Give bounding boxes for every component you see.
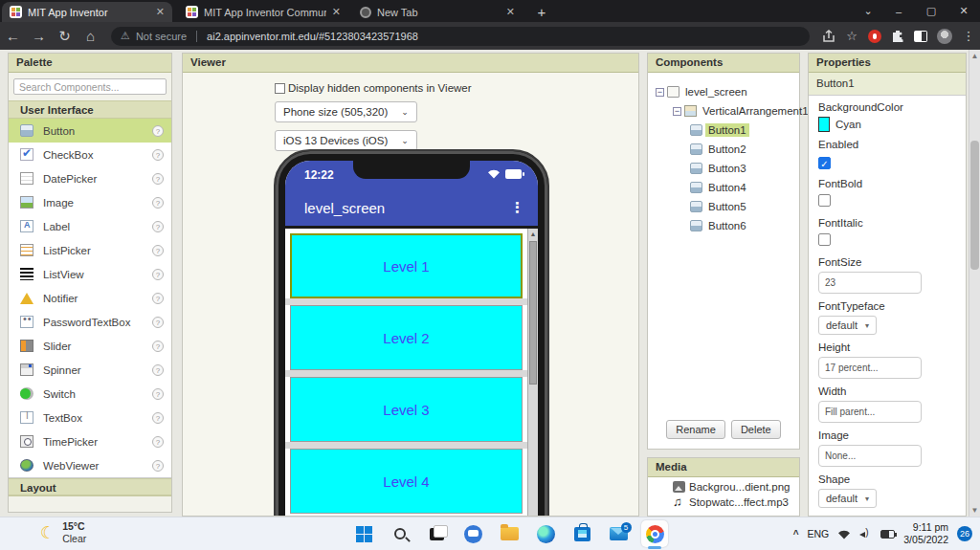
tree-item-level_screen[interactable]: − level_screen: [652, 82, 795, 101]
help-icon[interactable]: ?: [152, 125, 164, 137]
palette-item-passwordtextbox[interactable]: PasswordTextBox ?: [9, 310, 171, 334]
help-icon[interactable]: ?: [152, 317, 164, 328]
chat-button[interactable]: [459, 520, 486, 547]
level-button-level-4[interactable]: Level 4: [290, 449, 523, 514]
help-icon[interactable]: ?: [152, 149, 164, 161]
weather-widget[interactable]: ☾ 15°C Clear: [40, 520, 86, 545]
phone-size-select[interactable]: Phone size (505,320) ⌄: [275, 101, 417, 122]
section-user-interface[interactable]: User Interface: [9, 100, 171, 119]
help-icon[interactable]: ?: [152, 388, 164, 400]
media-item[interactable]: ♫ Stopwatc...ffect.mp3: [648, 493, 799, 508]
enabled-checkbox[interactable]: ✓: [818, 157, 831, 169]
help-icon[interactable]: ?: [152, 221, 164, 232]
shape-select[interactable]: default▾: [818, 489, 877, 508]
color-swatch[interactable]: [818, 117, 830, 132]
file-explorer-button[interactable]: [496, 520, 523, 547]
level-button-level-1[interactable]: Level 1: [290, 233, 523, 298]
tab-close-icon[interactable]: ✕: [156, 6, 165, 18]
search-button[interactable]: [387, 520, 413, 547]
fonttypeface-select[interactable]: default▾: [818, 316, 877, 335]
tree-item-button1[interactable]: Button1: [652, 121, 795, 140]
width-field[interactable]: Fill parent...: [818, 401, 922, 423]
height-field[interactable]: 17 percent...: [818, 357, 922, 379]
scroll-down-icon[interactable]: ▼: [969, 504, 980, 517]
fontbold-checkbox[interactable]: [818, 194, 831, 207]
help-icon[interactable]: ?: [152, 412, 164, 424]
palette-item-image[interactable]: Image ?: [9, 190, 171, 214]
tree-item-button2[interactable]: Button2: [652, 140, 795, 159]
forward-icon[interactable]: →: [26, 28, 52, 44]
palette-item-button[interactable]: Button ?: [9, 119, 171, 143]
language-indicator[interactable]: ENG: [808, 528, 830, 539]
fontsize-field[interactable]: 23: [818, 272, 922, 294]
level-button-level-2[interactable]: Level 2: [290, 305, 523, 370]
tab-close-icon[interactable]: ✕: [332, 6, 341, 18]
tray-wifi-icon[interactable]: [837, 529, 851, 539]
help-icon[interactable]: ?: [152, 173, 164, 185]
level-button-level-3[interactable]: Level 3: [290, 377, 523, 442]
mail-button[interactable]: 5: [605, 520, 632, 547]
backgroundcolor-picker[interactable]: Cyan: [818, 117, 956, 132]
help-icon[interactable]: ?: [152, 245, 164, 256]
bookmark-star-icon[interactable]: ☆: [840, 29, 863, 43]
rename-button[interactable]: Rename: [666, 420, 725, 439]
tree-item-button4[interactable]: Button4: [652, 178, 795, 197]
tray-overflow-chevron-icon[interactable]: ^: [793, 529, 799, 539]
search-components-input[interactable]: Search Components...: [13, 78, 167, 95]
image-field[interactable]: None...: [818, 445, 922, 467]
reload-icon[interactable]: ↻: [52, 28, 78, 45]
phone-scroll-thumb[interactable]: [529, 241, 537, 385]
window-menu-chevron-icon[interactable]: ⌄: [852, 0, 884, 22]
start-button[interactable]: [350, 520, 377, 547]
color-value[interactable]: Cyan: [835, 119, 861, 130]
back-icon[interactable]: ←: [0, 28, 26, 44]
edge-button[interactable]: [532, 520, 559, 547]
tray-clock[interactable]: 9:11 pm 3/05/2022: [903, 521, 948, 546]
tree-item-button5[interactable]: Button5: [652, 197, 795, 216]
side-panel-icon[interactable]: [914, 31, 927, 42]
collapse-icon[interactable]: −: [673, 107, 681, 116]
delete-button[interactable]: Delete: [731, 420, 781, 439]
tray-volume-icon[interactable]: [859, 529, 872, 539]
palette-item-switch[interactable]: Switch ?: [9, 382, 171, 406]
share-icon[interactable]: [817, 30, 840, 43]
palette-item-spinner[interactable]: Spinner ?: [9, 358, 171, 382]
palette-item-label[interactable]: Label ?: [9, 214, 171, 238]
help-icon[interactable]: ?: [152, 293, 164, 304]
address-bar[interactable]: ⚠ Not secure ai2.appinventor.mit.edu/#51…: [111, 27, 810, 46]
help-icon[interactable]: ?: [152, 436, 164, 448]
palette-item-datepicker[interactable]: DatePicker ?: [9, 166, 171, 190]
task-view-button[interactable]: [423, 520, 450, 547]
window-maximize-button[interactable]: ▢: [915, 0, 947, 22]
help-icon[interactable]: ?: [152, 197, 164, 209]
scroll-up-icon[interactable]: ▲: [969, 50, 980, 62]
profile-avatar[interactable]: [937, 29, 952, 44]
palette-item-listpicker[interactable]: ListPicker ?: [9, 238, 171, 262]
tab-new-tab[interactable]: New Tab ✕: [352, 2, 523, 22]
media-item[interactable]: Backgrou...dient.png: [648, 477, 799, 493]
page-scrollbar[interactable]: ▲ ▼: [969, 50, 980, 517]
window-close-button[interactable]: ✕: [947, 0, 980, 22]
tree-item-button6[interactable]: Button6: [652, 216, 795, 235]
home-icon[interactable]: ⌂: [78, 28, 103, 44]
collapse-icon[interactable]: −: [656, 88, 664, 97]
device-select[interactable]: iOS 13 Devices (iOS) ⌄: [275, 130, 417, 151]
extensions-puzzle-icon[interactable]: [886, 29, 909, 44]
palette-item-checkbox[interactable]: CheckBox ?: [9, 143, 171, 166]
section-layout[interactable]: Layout: [9, 478, 171, 496]
help-icon[interactable]: ?: [152, 341, 164, 352]
tab-mit-app-inventor[interactable]: MIT App Inventor ✕: [2, 2, 172, 22]
tree-item-button3[interactable]: Button3: [652, 159, 795, 178]
palette-item-textbox[interactable]: TextBox ?: [9, 406, 171, 429]
notification-count-badge[interactable]: 26: [957, 526, 972, 541]
help-icon[interactable]: ?: [152, 364, 164, 376]
store-button[interactable]: [568, 520, 595, 547]
phone-scrollbar[interactable]: ▲: [527, 229, 538, 517]
adblock-extension-icon[interactable]: [868, 30, 881, 43]
fontitalic-checkbox[interactable]: [818, 233, 831, 246]
display-hidden-checkbox[interactable]: [275, 83, 285, 94]
new-tab-button[interactable]: +: [532, 4, 551, 20]
phone-menu-icon[interactable]: ⋮: [510, 199, 524, 216]
scroll-up-icon[interactable]: ▲: [528, 229, 538, 237]
palette-item-webviewer[interactable]: WebViewer ?: [9, 453, 171, 477]
